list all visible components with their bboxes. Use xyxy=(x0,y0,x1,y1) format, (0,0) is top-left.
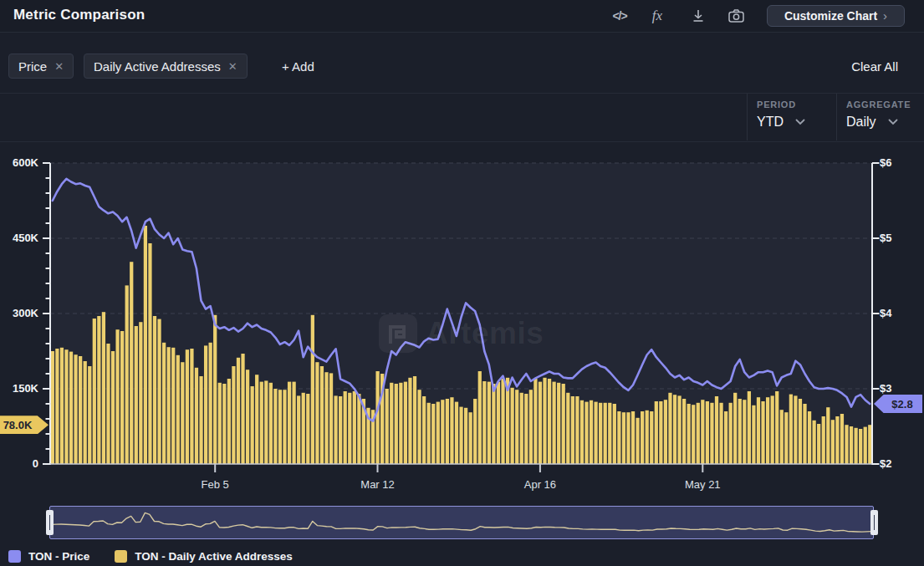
metric-chip-label: Price xyxy=(18,59,47,74)
period-value: YTD xyxy=(757,115,784,130)
left-axis-tick-label: 0 xyxy=(0,456,38,472)
right-axis-tick-label: $3 xyxy=(880,381,891,396)
brush-handle-right[interactable] xyxy=(870,510,878,535)
x-axis-tick-label: Mar 12 xyxy=(360,478,394,491)
legend: TON - Price TON - Daily Active Addresses xyxy=(8,550,293,563)
metric-chip-label: Daily Active Addresses xyxy=(94,59,221,74)
period-selector[interactable]: PERIOD YTD xyxy=(757,99,805,130)
customize-chart-button[interactable]: Customize Chart › xyxy=(767,5,905,27)
metric-comparison-chart[interactable] xyxy=(0,159,924,477)
chevron-down-icon xyxy=(888,119,898,125)
download-icon[interactable] xyxy=(687,6,709,26)
left-axis-tick-label: 300K xyxy=(0,306,38,321)
close-icon[interactable]: ✕ xyxy=(228,60,237,73)
current-value-badge-price: $2.8 xyxy=(874,395,922,413)
brush-handle-left[interactable] xyxy=(46,510,54,535)
metric-chip-daily-active-addresses[interactable]: Daily Active Addresses ✕ xyxy=(84,54,248,79)
legend-item-price[interactable]: TON - Price xyxy=(8,550,89,563)
camera-screenshot-icon[interactable] xyxy=(724,6,748,26)
period-label: PERIOD xyxy=(757,99,805,110)
customize-chart-label: Customize Chart xyxy=(784,9,877,23)
add-metric-button[interactable]: + Add xyxy=(282,59,314,74)
brush-minimap-line xyxy=(52,507,871,538)
clear-all-button[interactable]: Clear All xyxy=(851,59,898,74)
close-icon[interactable]: ✕ xyxy=(54,60,64,73)
aggregate-value: Daily xyxy=(846,115,876,130)
left-axis-tick-label: 150K xyxy=(0,381,38,396)
metric-chip-price[interactable]: Price ✕ xyxy=(8,54,74,79)
x-axis-tick-label: Apr 16 xyxy=(524,478,556,491)
time-range-brush[interactable] xyxy=(49,506,874,539)
x-axis-tick-label: May 21 xyxy=(685,478,721,491)
divider xyxy=(0,93,924,94)
right-axis-tick-label: $4 xyxy=(880,306,891,321)
right-axis-tick-label: $2 xyxy=(880,456,891,472)
aggregate-label: AGGREGATE xyxy=(846,99,911,110)
price-swatch xyxy=(8,550,21,563)
right-axis-tick-label: $5 xyxy=(880,231,891,246)
aggregate-selector[interactable]: AGGREGATE Daily xyxy=(846,99,911,130)
divider xyxy=(836,94,837,140)
daily-active-addresses-swatch xyxy=(115,550,127,563)
divider xyxy=(0,141,924,142)
legend-item-daily-active-addresses[interactable]: TON - Daily Active Addresses xyxy=(115,550,293,563)
x-axis-tick-label: Feb 5 xyxy=(202,478,229,491)
formula-fx-icon[interactable]: fx xyxy=(646,6,668,26)
left-axis-tick-label: 450K xyxy=(0,231,38,246)
embed-code-icon[interactable]: </> xyxy=(608,6,631,26)
divider xyxy=(747,94,748,140)
page-title: Metric Comparison xyxy=(13,7,145,23)
right-axis-tick-label: $6 xyxy=(880,156,891,171)
chevron-down-icon xyxy=(795,119,805,125)
chevron-right-icon: › xyxy=(883,9,887,22)
left-axis-tick-label: 600K xyxy=(0,156,38,171)
legend-label: TON - Daily Active Addresses xyxy=(135,550,293,563)
legend-label: TON - Price xyxy=(28,550,89,563)
